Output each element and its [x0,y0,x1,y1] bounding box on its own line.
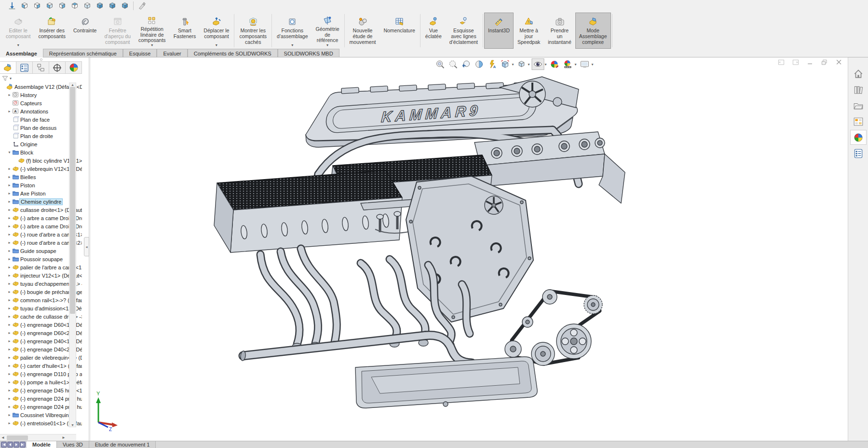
view-normal-to-icon[interactable] [6,0,18,11]
panel-collapse-handle[interactable]: ◂ [84,237,89,256]
scroll-up-arrow[interactable]: ▲ [70,83,76,86]
view-front-icon[interactable] [18,0,31,11]
tree-expand-arrow[interactable]: ▸ [7,224,12,228]
tree-expand-arrow[interactable]: ▸ [7,355,12,360]
oil-pan-component[interactable] [355,357,537,408]
tree-horizontal-scrollbar[interactable]: ◄► [0,434,76,441]
tree-expand-arrow[interactable]: ▸ [7,405,12,409]
view-bottom-icon[interactable] [81,0,94,11]
tree-expand-arrow[interactable]: ▸ [7,249,12,253]
document-tab-etude-de-mouvement-1[interactable]: Etude de mouvement 1 [89,441,156,448]
taskpane-view-palette[interactable] [850,114,867,129]
document-tab-vues-3d[interactable]: Vues 3D [57,441,89,448]
tree-expand-arrow[interactable]: ▸ [7,175,12,179]
ribbon-button-g-om-trie[interactable]: Géométrie de référence▾ [312,13,343,49]
graphics-area[interactable]: A▾▾▾▾▾ [91,57,848,441]
tab-featuremanager[interactable] [0,62,16,73]
tree-expand-arrow[interactable]: ▸ [7,281,12,286]
tree-expand-arrow[interactable]: ▸ [7,388,12,392]
ribbon-tab-evaluer[interactable]: Evaluer [157,49,187,57]
ribbon-tab-assemblage[interactable]: Assemblage [0,49,43,57]
scrollbar-thumb[interactable] [70,87,75,314]
tab-dimxpertmanager[interactable] [49,62,66,73]
tree-expand-arrow[interactable]: ▸ [7,314,12,319]
scrollbar-thumb[interactable] [7,435,28,440]
taskpane-file-explorer[interactable] [850,98,867,113]
ribbon-button-instant3d[interactable]: Instant3D [484,13,514,49]
dropdown-caret-icon[interactable]: ▾ [326,43,328,48]
ribbon-button-fen-tre[interactable]: Fenêtre d'aperçu du composant [100,13,135,49]
tree-expand-arrow[interactable]: ▸ [7,167,12,171]
nav-prev-button[interactable] [7,442,13,448]
ribbon-button-mettre-[interactable]: !Mettre à jour Speedpak [514,13,544,49]
ribbon-tab-repr-sentation-sch-matique[interactable]: Représentation schématique [43,49,123,57]
tree-expand-arrow[interactable]: ▸ [7,347,12,351]
tree-expand-arrow[interactable]: ▸ [7,273,12,278]
tree-expand-arrow[interactable]: ▸ [7,380,12,384]
tree-expand-arrow[interactable]: ▾ [7,150,12,154]
view-dimetric-icon[interactable] [119,0,131,11]
tree-expand-arrow[interactable]: ▸ [7,240,12,245]
tree-expand-arrow[interactable]: ▸ [7,216,12,220]
tree-expand-arrow[interactable]: ▸ [7,331,12,335]
taskpane-home[interactable] [850,66,867,81]
ribbon-tab-solidworks-mbd[interactable]: SOLIDWORKS MBD [278,49,339,57]
ribbon-button-contrainte[interactable]: Contrainte [69,13,100,49]
tree-expand-arrow[interactable]: ▸ [7,232,12,237]
scroll-right-arrow[interactable]: ► [61,435,67,440]
view-right-icon[interactable] [56,0,68,11]
view-top-icon[interactable] [68,0,81,11]
ribbon-tab-esquisse[interactable]: Esquisse [123,49,157,57]
tree-vertical-scrollbar[interactable]: ▲▼ [69,83,76,427]
ribbon-button-nomenclature[interactable]: Nomenclature [380,13,419,49]
ribbon-button-prendre[interactable]: Prendre un instantané [544,13,575,49]
nav-next-button[interactable] [14,442,19,448]
tree-expand-arrow[interactable]: ▸ [7,191,12,196]
dropdown-caret-icon[interactable]: ▾ [216,43,217,48]
tree-expand-arrow[interactable]: ▸ [7,183,12,187]
filter-caret-icon[interactable]: ▾ [10,76,12,81]
taskpane-custom-properties[interactable] [850,146,867,161]
ribbon-button-editer-le[interactable]: Editer le composant▾ [2,13,34,49]
ribbon-button-ins-rer-des[interactable]: Insérer des composants [34,13,69,49]
tree-expand-arrow[interactable]: ▸ [7,208,12,212]
filter-icon[interactable] [1,75,9,82]
nav-first-button[interactable] [1,442,7,448]
tree-expand-arrow[interactable]: ▸ [7,372,12,376]
ribbon-button-mode[interactable]: Mode Assemblage complexe [575,13,611,49]
ribbon-button-r-p-tition[interactable]: Répétition linéaire de composants▾ [135,13,170,49]
scroll-down-arrow[interactable]: ▼ [70,423,76,427]
ribbon-button-vue[interactable]: Vue éclatée [421,13,446,49]
view-back-icon[interactable] [31,0,43,11]
tree-expand-arrow[interactable]: ▸ [7,322,12,327]
ribbon-button-fonctions[interactable]: Fonctions d'assemblage▾ [273,13,312,49]
nav-last-button[interactable] [20,442,26,448]
cam-cover-front[interactable] [214,170,402,252]
dropdown-caret-icon[interactable]: ▾ [151,43,153,48]
panel-grip[interactable] [0,57,82,61]
view-left-icon[interactable] [43,0,56,11]
tree-expand-arrow[interactable]: ▸ [7,257,12,261]
tree-expand-arrow[interactable]: ▸ [7,93,12,97]
magnet-tool-icon[interactable] [136,0,148,11]
view-isometric-icon[interactable] [94,0,106,11]
tree-expand-arrow[interactable]: ▸ [7,339,12,343]
tree-expand-arrow[interactable]: ▸ [7,109,12,113]
pulley-belt-assembly[interactable] [505,290,602,365]
ribbon-button-d-placer-le[interactable]: Déplacer le composant▾ [200,13,233,49]
exhaust-pipe-component[interactable] [240,336,472,363]
ribbon-button-montrer-les[interactable]: Montrer les composants cachés [235,13,271,49]
panel-splitter[interactable]: ◂ [82,57,91,441]
taskpane-appearances-scenes[interactable] [850,130,867,145]
ribbon-button-esquisse[interactable]: Esquisse avec lignes d'éclatement [446,13,482,49]
tree-expand-arrow[interactable]: ▸ [7,306,12,310]
document-tab-mod-le[interactable]: Modèle [27,441,57,448]
taskpane-design-library[interactable] [850,82,867,97]
ribbon-tab-compl-ments-de-solidworks[interactable]: Compléments de SOLIDWORKS [188,49,278,57]
scroll-left-arrow[interactable]: ◄ [0,435,6,440]
tree-expand-arrow[interactable]: ▸ [7,298,12,302]
dropdown-caret-icon[interactable]: ▾ [17,43,19,48]
tree-expand-arrow[interactable]: ▸ [7,364,12,368]
tree-expand-arrow[interactable]: ▸ [7,199,12,204]
dropdown-caret-icon[interactable]: ▾ [291,43,293,48]
